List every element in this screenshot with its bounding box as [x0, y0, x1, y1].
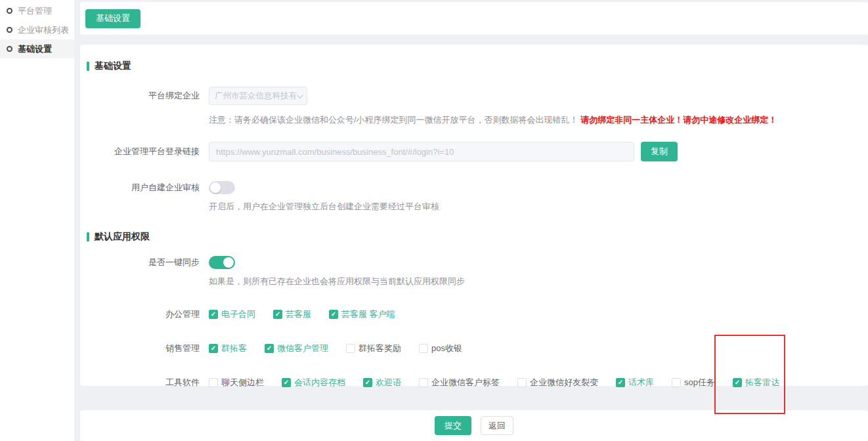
group-label: 办公管理 — [87, 308, 200, 320]
note-red-text: 请勿绑定非同一主体企业！请勿中途修改企业绑定！ — [580, 115, 777, 125]
checkbox-option[interactable]: ✓群拓客 — [209, 343, 247, 354]
checkbox-label: 会话内容存档 — [294, 377, 345, 388]
tabs-bar: 基础设置 — [80, 2, 868, 35]
sidebar-menu: 平台管理企业审核列表基础设置 — [0, 1, 74, 58]
checkbox-option[interactable]: ✓sop任务 — [672, 377, 715, 388]
unchecked-checkbox-icon: ✓ — [517, 378, 527, 387]
checked-checkbox-icon: ✓ — [282, 378, 291, 387]
checked-checkbox-icon: ✓ — [616, 378, 625, 387]
bind-company-value: 广州市芸众信息科技有限公 — [215, 91, 297, 102]
check-icon: ✓ — [284, 379, 289, 386]
check-icon: ✓ — [365, 379, 370, 386]
unchecked-checkbox-icon: ✓ — [672, 378, 681, 387]
checked-checkbox-icon: ✓ — [329, 310, 338, 319]
checkbox-label: 话术库 — [628, 377, 654, 388]
group-options: ✓电子合同✓芸客服✓芸客服 客户端 — [209, 308, 413, 320]
check-icon: ✓ — [735, 379, 740, 386]
checkbox-option[interactable]: ✓话术库 — [616, 377, 654, 388]
checkbox-label: 群拓客 — [221, 343, 247, 354]
checkbox-option[interactable]: ✓会话内容存档 — [282, 377, 345, 388]
bind-company-select[interactable]: 广州市芸众信息科技有限公 — [209, 87, 307, 105]
checked-checkbox-icon: ✓ — [265, 344, 274, 353]
checkbox-option[interactable]: ✓拓客雷达 — [733, 377, 779, 388]
one-key-sync-help: 如果是，则所有已存在企业也会将应用权限与当前默认应用权限同步 — [209, 276, 868, 287]
checkbox-option[interactable]: ✓群拓客奖励 — [346, 343, 401, 354]
group-options: ✓群拓客✓微信客户管理✓群拓客奖励✓pos收银 — [209, 343, 480, 354]
checked-checkbox-icon: ✓ — [209, 344, 218, 353]
sidebar-item-label: 企业审核列表 — [18, 24, 69, 36]
checkbox-option[interactable]: ✓聊天侧边栏 — [209, 377, 264, 388]
bind-company-label: 平台绑定企业 — [87, 90, 200, 102]
note-gray-text: 注意：请务必确保该企业微信和公众号/小程序绑定到同一微信开放平台，否则数据将会出… — [209, 115, 578, 125]
permission-group-row: 办公管理✓电子合同✓芸客服✓芸客服 客户端 — [87, 308, 868, 320]
unchecked-checkbox-icon: ✓ — [419, 344, 428, 353]
checked-checkbox-icon: ✓ — [209, 310, 218, 319]
section-accent-bar — [87, 232, 89, 242]
settings-card: 基础设置 平台绑定企业 广州市芸众信息科技有限公 注意：请务必确保该企业微信和公… — [80, 45, 868, 386]
checked-checkbox-icon: ✓ — [733, 378, 742, 387]
checkbox-option[interactable]: ✓芸客服 — [273, 308, 311, 320]
checkbox-option[interactable]: ✓pos收银 — [419, 343, 462, 354]
checkbox-label: 微信客户管理 — [277, 343, 328, 354]
user-create-audit-help: 开启后，用户在企业管理独立后台创建企业需要经过平台审核 — [209, 201, 868, 213]
checked-checkbox-icon: ✓ — [273, 310, 282, 319]
check-icon: ✓ — [211, 345, 216, 352]
group-label: 销售管理 — [87, 343, 200, 354]
unchecked-checkbox-icon: ✓ — [346, 344, 355, 353]
footer-bar: 提交 返回 — [80, 410, 868, 441]
sidebar-item-1[interactable]: 企业审核列表 — [0, 20, 74, 39]
bind-company-row: 平台绑定企业 广州市芸众信息科技有限公 — [87, 87, 868, 105]
sidebar-item-2[interactable]: 基础设置 — [0, 39, 74, 58]
checkbox-option[interactable]: ✓电子合同 — [209, 308, 255, 320]
checkbox-label: 企业微信客户标签 — [431, 377, 500, 388]
copy-button[interactable]: 复制 — [641, 142, 678, 161]
login-link-row: 企业管理平台登录链接 复制 — [87, 142, 868, 161]
checkbox-label: 聊天侧边栏 — [221, 377, 264, 388]
one-key-sync-row: 是否一键同步 — [87, 256, 868, 269]
section-title-text: 基础设置 — [95, 60, 131, 72]
checkbox-label: 芸客服 客户端 — [341, 308, 395, 320]
circle-icon — [7, 8, 12, 14]
checkbox-option[interactable]: ✓芸客服 客户端 — [329, 308, 395, 320]
checkbox-option[interactable]: ✓企业微信好友裂变 — [517, 377, 598, 388]
submit-button[interactable]: 提交 — [435, 416, 471, 435]
toggle-knob — [210, 182, 221, 193]
unchecked-checkbox-icon: ✓ — [419, 378, 428, 387]
checkbox-label: 拓客雷达 — [745, 377, 779, 388]
sidebar-item-0[interactable]: 平台管理 — [0, 1, 74, 20]
login-link-input[interactable] — [209, 142, 634, 161]
group-options: ✓聊天侧边栏✓会话内容存档✓欢迎语✓企业微信客户标签✓企业微信好友裂变✓话术库✓… — [209, 377, 797, 388]
checkbox-label: 芸客服 — [286, 308, 311, 320]
sidebar-item-label: 基础设置 — [18, 43, 52, 55]
group-label: 工具软件 — [87, 377, 200, 388]
user-create-audit-toggle[interactable] — [209, 181, 235, 194]
checkbox-label: 企业微信好友裂变 — [530, 377, 598, 388]
check-icon: ✓ — [211, 311, 216, 318]
checkbox-label: pos收银 — [431, 343, 462, 354]
checkbox-option[interactable]: ✓企业微信客户标签 — [419, 377, 500, 388]
circle-icon — [7, 46, 12, 52]
check-icon: ✓ — [267, 345, 272, 352]
permission-group-row: 工具软件✓聊天侧边栏✓会话内容存档✓欢迎语✓企业微信客户标签✓企业微信好友裂变✓… — [87, 377, 868, 388]
checkbox-label: 电子合同 — [221, 308, 255, 320]
back-button[interactable]: 返回 — [481, 416, 513, 435]
checkbox-option[interactable]: ✓欢迎语 — [363, 377, 401, 388]
circle-icon — [7, 27, 12, 33]
login-link-label: 企业管理平台登录链接 — [87, 146, 200, 158]
tab-basic-settings[interactable]: 基础设置 — [85, 9, 141, 28]
one-key-sync-toggle[interactable] — [209, 256, 235, 269]
permission-group-row: 销售管理✓群拓客✓微信客户管理✓群拓客奖励✓pos收银 — [87, 343, 868, 354]
section-basic-settings: 基础设置 — [87, 60, 868, 72]
user-create-audit-label: 用户自建企业审核 — [87, 182, 200, 194]
checkbox-label: sop任务 — [684, 377, 715, 388]
sidebar: 平台管理企业审核列表基础设置 — [0, 0, 74, 441]
chevron-down-icon — [297, 92, 303, 98]
one-key-sync-label: 是否一键同步 — [87, 257, 200, 268]
section-default-perms: 默认应用权限 — [87, 231, 868, 243]
section-title-text: 默认应用权限 — [95, 231, 150, 243]
user-create-audit-row: 用户自建企业审核 — [87, 181, 868, 194]
checkbox-option[interactable]: ✓微信客户管理 — [265, 343, 328, 354]
check-icon: ✓ — [275, 311, 280, 318]
check-icon: ✓ — [618, 379, 623, 386]
checkbox-label: 群拓客奖励 — [358, 343, 401, 354]
